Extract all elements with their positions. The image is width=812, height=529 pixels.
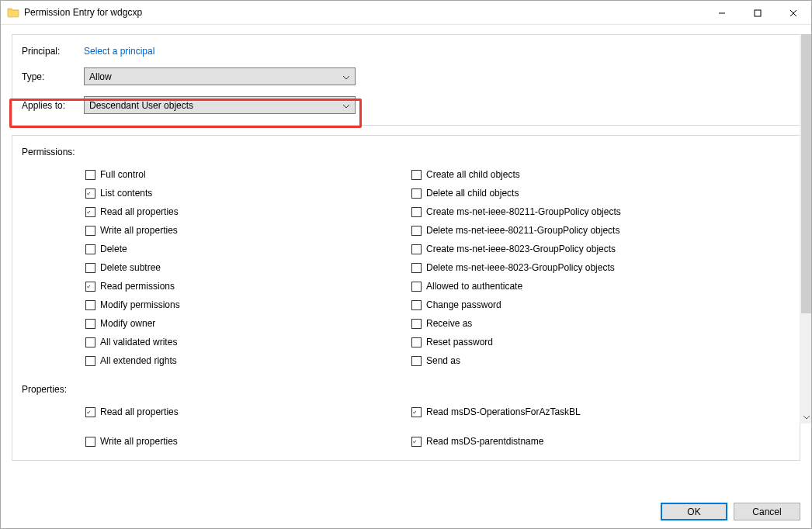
permission-row: Write all properties — [85, 221, 411, 240]
permission-row: Receive as — [411, 314, 737, 333]
checkbox[interactable] — [411, 282, 422, 292]
permission-row: Reset password — [411, 333, 737, 351]
checkbox[interactable] — [85, 188, 95, 199]
checkbox-label: Read msDS-parentdistname — [426, 436, 543, 447]
permission-row: Create ms-net-ieee-80211-GroupPolicy obj… — [411, 202, 737, 221]
select-principal-link[interactable]: Select a principal — [84, 46, 154, 57]
permission-row: All extended rights — [85, 351, 411, 370]
checkbox[interactable] — [85, 244, 95, 254]
chevron-down-icon — [342, 71, 350, 82]
permission-row: Send as — [411, 351, 737, 370]
properties-heading: Properties: — [22, 384, 790, 395]
checkbox[interactable] — [85, 319, 95, 329]
checkbox[interactable] — [85, 300, 95, 310]
checkbox-label: List contents — [100, 188, 152, 199]
ok-button[interactable]: OK — [661, 503, 727, 520]
window-title: Permission Entry for wdgcxp — [24, 7, 704, 18]
permission-row: Change password — [411, 296, 737, 314]
permission-row: All validated writes — [85, 333, 411, 351]
permission-row: Delete ms-net-ieee-8023-GroupPolicy obje… — [411, 258, 737, 277]
checkbox[interactable] — [85, 282, 95, 292]
checkbox-label: Full control — [100, 169, 146, 180]
property-row: Read all properties — [85, 403, 411, 421]
checkbox[interactable] — [411, 244, 422, 254]
scroll-down-icon[interactable] — [800, 410, 812, 424]
checkbox-label: Create all child objects — [426, 169, 520, 180]
type-value: Allow — [89, 71, 112, 82]
checkbox-label: Delete ms-net-ieee-8023-GroupPolicy obje… — [426, 262, 615, 273]
checkbox-label: Read msDS-OperationsForAzTaskBL — [426, 406, 581, 417]
scrollbar[interactable] — [800, 34, 812, 424]
titlebar: Permission Entry for wdgcxp — [1, 1, 811, 25]
checkbox-label: Read all properties — [100, 206, 179, 217]
minimize-button[interactable] — [704, 1, 740, 25]
permission-row: Modify permissions — [85, 296, 411, 314]
checkbox[interactable] — [85, 263, 95, 273]
chevron-down-icon — [342, 100, 350, 111]
checkbox[interactable] — [411, 170, 422, 180]
checkbox[interactable] — [85, 170, 95, 180]
checkbox-label: Delete ms-net-ieee-80211-GroupPolicy obj… — [426, 225, 619, 236]
dialog-footer: OK Cancel — [661, 503, 800, 520]
checkbox-label: All extended rights — [100, 355, 177, 366]
checkbox[interactable] — [411, 263, 422, 273]
principal-label: Principal: — [22, 46, 84, 57]
checkbox-label: Delete — [100, 244, 127, 254]
checkbox-label: Modify owner — [100, 318, 155, 329]
close-button[interactable] — [776, 1, 811, 25]
checkbox-label: Write all properties — [100, 436, 178, 447]
checkbox-label: Read all properties — [100, 406, 179, 417]
checkbox-label: All validated writes — [100, 337, 177, 347]
checkbox-label: Change password — [426, 299, 501, 310]
cancel-button[interactable]: Cancel — [734, 503, 800, 520]
permission-row: Delete ms-net-ieee-80211-GroupPolicy obj… — [411, 221, 737, 240]
type-combo[interactable]: Allow — [84, 67, 356, 85]
checkbox-label: Read permissions — [100, 281, 175, 292]
scrollbar-thumb[interactable] — [801, 34, 811, 313]
checkbox-label: Delete all child objects — [426, 188, 519, 199]
permission-row: Create ms-net-ieee-8023-GroupPolicy obje… — [411, 240, 737, 258]
checkbox-label: Create ms-net-ieee-80211-GroupPolicy obj… — [426, 206, 621, 217]
checkbox-label: Modify permissions — [100, 299, 180, 310]
checkbox[interactable] — [411, 207, 422, 217]
checkbox[interactable] — [85, 337, 95, 347]
principal-panel: Principal: Select a principal Type: Allo… — [12, 34, 800, 126]
folder-icon — [7, 6, 19, 19]
checkbox[interactable] — [411, 407, 422, 417]
checkbox[interactable] — [411, 300, 422, 310]
permission-row: Create all child objects — [411, 165, 737, 184]
checkbox[interactable] — [85, 407, 95, 417]
permission-row: Delete all child objects — [411, 184, 737, 202]
applies-to-value: Descendant User objects — [89, 100, 193, 111]
permission-row: Read permissions — [85, 277, 411, 296]
permissions-heading: Permissions: — [22, 147, 790, 157]
checkbox[interactable] — [411, 356, 422, 366]
checkbox[interactable] — [411, 337, 422, 347]
checkbox[interactable] — [85, 356, 95, 366]
applies-to-combo[interactable]: Descendant User objects — [84, 96, 356, 114]
checkbox-label: Reset password — [426, 337, 493, 347]
checkbox[interactable] — [85, 226, 95, 236]
type-label: Type: — [22, 71, 84, 82]
checkbox-label: Create ms-net-ieee-8023-GroupPolicy obje… — [426, 244, 616, 254]
checkbox-label: Allowed to authenticate — [426, 281, 522, 292]
permission-row: Allowed to authenticate — [411, 277, 737, 296]
checkbox[interactable] — [85, 207, 95, 217]
property-row: Write all properties — [85, 432, 411, 451]
maximize-button[interactable] — [740, 1, 776, 25]
checkbox[interactable] — [85, 437, 95, 447]
permission-row: Read all properties — [85, 202, 411, 221]
checkbox-label: Write all properties — [100, 225, 178, 236]
checkbox[interactable] — [411, 437, 422, 447]
checkbox-label: Delete subtree — [100, 262, 161, 273]
checkbox-label: Send as — [426, 355, 460, 366]
checkbox[interactable] — [411, 226, 422, 236]
checkbox-label: Receive as — [426, 318, 472, 329]
checkbox[interactable] — [411, 188, 422, 199]
property-row: Read msDS-OperationsForAzTaskBL — [411, 403, 737, 421]
checkbox[interactable] — [411, 319, 422, 329]
applies-to-label: Applies to: — [22, 100, 84, 111]
permission-row: Delete subtree — [85, 258, 411, 277]
permissions-panel: Permissions: Full controlList contentsRe… — [12, 135, 800, 461]
permission-row: Modify owner — [85, 314, 411, 333]
